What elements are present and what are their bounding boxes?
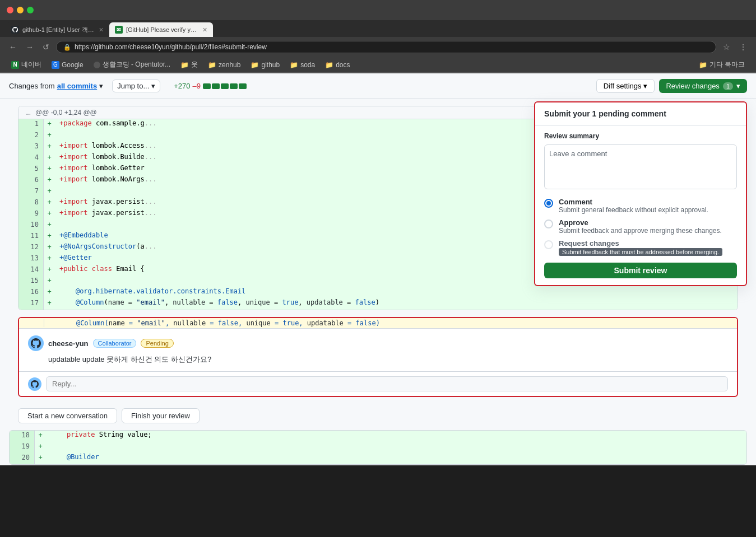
line-num-2: 2 [18,130,44,142]
diff-settings-button[interactable]: Diff settings ▾ [596,79,655,93]
bookmark-folder1[interactable]: 📁 웃 [176,59,202,71]
bookmark-star[interactable]: ☆ [721,41,732,53]
back-button[interactable]: ← [7,41,19,53]
browser-tab-1[interactable]: github-1 [Entity] User 객체 by ... ✕ [6,22,109,37]
review-panel-header: Submit your 1 pending comment [535,102,746,125]
tab2-close[interactable]: ✕ [202,26,207,34]
diff-settings-label: Diff settings [604,82,642,90]
soda-icon: 📁 [290,61,298,69]
line-indicator-3: + [44,142,55,153]
tab1-favicon [11,26,19,34]
bookmark-zenhub[interactable]: 📁 zenhub [203,60,245,70]
line-num-19: 19 [10,442,35,453]
diff-line-19: 19 + [10,442,746,453]
stat-block-3 [221,83,229,89]
stat-block-2 [212,83,220,89]
line-num-13: 13 [18,254,44,265]
bookmarks-bar: N 네이버 G Google 생활코딩 - Opentutor... 📁 웃 📁… [0,57,756,73]
line-indicator-16: + [44,287,55,298]
google-label: Google [62,61,84,69]
line-indicator-12: + [44,242,55,254]
line-code-19 [46,442,746,453]
review-changes-label: Review changes [666,82,719,90]
line-num-10: 10 [18,220,44,231]
bookmark-soda[interactable]: 📁 soda [285,60,319,70]
line-num-20: 20 [10,453,35,464]
inline-comment-area: @Column(name = "email", nullable = false… [18,317,738,397]
bookmark-github[interactable]: 📁 github [246,60,284,70]
radio-comment[interactable] [544,199,553,208]
action-buttons: Start a new conversation Finish your rev… [9,401,747,430]
other-icon: 📁 [699,61,707,69]
line-num-4: 4 [18,153,44,164]
submit-review-button[interactable]: Submit review [544,263,737,278]
bookmark-other[interactable]: 📁 기타 북마크 [694,59,749,71]
bookmark-docs[interactable]: 📁 docs [321,60,354,70]
coding-label: 생활코딩 - Opentutor... [103,60,170,69]
line-indicator-13: + [44,254,55,265]
soda-label: soda [300,61,315,69]
line-indicator-9: + [44,209,55,220]
url-bar[interactable]: 🔒 https://github.com/cheese10yun/github/… [56,41,716,53]
forward-button[interactable]: → [24,41,36,53]
comment-avatar [28,335,44,351]
comment-block: cheese-yun Collaborator Pending updatabl… [19,329,737,371]
review-summary-label: Review summary [544,132,737,140]
lock-icon: 🔒 [63,44,71,51]
review-option-request-changes: Request changes Submit feedback that mus… [544,239,737,256]
reload-button[interactable]: ↺ [40,41,52,53]
comment-body: updatable update 못하게 하신건 의도 하신건가요? [48,354,728,365]
start-new-conversation-button[interactable]: Start a new conversation [18,408,117,423]
line-indicator-19: + [35,442,46,453]
finish-your-review-button[interactable]: Finish your review [122,408,200,423]
review-option-approve[interactable]: Approve Submit feedback and approve merg… [544,218,737,235]
jump-to-dropdown[interactable]: Jump to... ▾ [112,80,160,92]
tab1-close[interactable]: ✕ [99,26,104,34]
maximize-traffic-light[interactable] [27,7,34,13]
review-changes-chevron-icon: ▾ [736,82,740,90]
comment-role-badge: Collaborator [93,339,137,348]
review-changes-button[interactable]: Review changes 1 ▾ [659,79,747,93]
changes-label: Changes from [9,82,55,90]
bookmark-coding[interactable]: 생활코딩 - Opentutor... [89,59,175,71]
line-num-17: 17 [18,298,44,310]
line-indicator-2: + [44,130,55,142]
review-option-comment[interactable]: Comment Submit general feedback without … [544,198,737,214]
browser-tab-2[interactable]: ✉ [GitHub] Please verify your em... ✕ [109,22,213,37]
radio-approve[interactable] [544,220,553,228]
folder1-icon: 📁 [180,61,189,69]
diff-container-bottom: 18 + private String value; 19 + 20 + @Bu… [9,430,747,465]
changes-dropdown[interactable]: Changes from all commits ▾ [9,82,103,90]
docs-icon: 📁 [325,61,333,69]
naver-label: 네이버 [21,60,41,69]
line-indicator-17: + [44,298,55,310]
radio-approve-label: Approve [559,218,722,227]
reply-input[interactable] [46,376,728,391]
other-label: 기타 북마크 [709,60,745,69]
line-code-18: private String value; [46,431,746,442]
zenhub-label: zenhub [219,61,240,69]
traffic-lights [7,7,34,13]
hunk-range: @@ -0,0 +1,24 @@ [35,109,97,116]
diff-lines-bottom: 18 + private String value; 19 + 20 + @Bu… [10,431,746,464]
review-options: Comment Submit general feedback without … [544,198,737,256]
changes-link[interactable]: all commits [57,82,98,90]
line-num-12: 12 [18,242,44,254]
line-num-11: 11 [18,231,44,242]
reply-area [19,371,737,396]
radio-request-changes-desc: Submit feedback that must be addressed b… [559,248,722,256]
review-panel-body: Review summary Comment Submit general fe… [535,125,746,285]
menu-button[interactable]: ⋮ [737,41,749,53]
minimize-traffic-light[interactable] [17,7,24,13]
review-textarea[interactable] [544,144,737,189]
stat-block-4 [230,83,238,89]
coding-icon [94,62,100,68]
titlebar [0,0,756,20]
close-traffic-light[interactable] [7,7,13,13]
bookmark-naver[interactable]: N 네이버 [7,59,46,71]
bookmark-google[interactable]: G Google [47,60,88,70]
address-bar: ← → ↺ 🔒 https://github.com/cheese10yun/g… [0,37,756,57]
line-num-6: 6 [18,175,44,186]
page-content: Changes from all commits ▾ Jump to... ▾ … [0,73,756,465]
radio-comment-label: Comment [559,198,708,206]
